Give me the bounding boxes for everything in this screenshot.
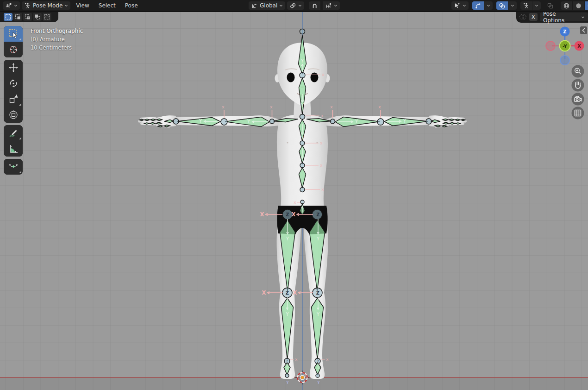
gizmo-z-ball[interactable]: Z xyxy=(560,27,570,37)
gizmo-neg-z-ball[interactable] xyxy=(560,56,569,65)
tool-transform[interactable] xyxy=(4,107,23,123)
chevron-down-icon xyxy=(463,4,466,7)
object-visibility-dropdown[interactable] xyxy=(451,1,469,10)
gizmo-settings-dropdown[interactable] xyxy=(484,1,493,10)
orientation-global-icon xyxy=(251,2,258,9)
svg-text:Y: Y xyxy=(355,119,358,124)
scale-icon xyxy=(8,94,19,104)
gizmo-icon xyxy=(475,2,482,9)
svg-text:Y: Y xyxy=(317,380,320,385)
pivot-point-icon xyxy=(289,2,296,9)
editor-type-button[interactable] xyxy=(3,1,20,10)
chevron-down-icon xyxy=(334,4,338,7)
tool-scale[interactable] xyxy=(4,91,23,107)
menu-pose[interactable]: Pose xyxy=(121,2,142,9)
tool-annotate[interactable] xyxy=(4,125,23,141)
svg-text:X: X xyxy=(577,44,581,49)
svg-text:x: x xyxy=(320,163,323,168)
svg-text:x: x xyxy=(321,187,324,192)
select-mode-set[interactable] xyxy=(4,13,13,21)
show-gizmo-toggle[interactable] xyxy=(472,1,484,10)
bone-axis-label-x: X xyxy=(260,211,264,218)
pan-hand-button[interactable] xyxy=(572,79,584,92)
xray-toggle[interactable] xyxy=(544,1,556,10)
snap-settings-dropdown[interactable] xyxy=(323,1,340,10)
svg-text:x: x xyxy=(222,105,225,109)
svg-text:Y: Y xyxy=(403,119,407,124)
annotate-icon xyxy=(8,128,19,138)
show-overlays-toggle[interactable] xyxy=(496,1,508,10)
tool-rotate[interactable] xyxy=(4,75,23,91)
svg-text:x: x xyxy=(270,105,273,109)
mode-label: Pose Mode xyxy=(33,2,63,9)
sidebar-toggle[interactable] xyxy=(580,26,587,34)
pivot-point-dropdown[interactable] xyxy=(287,1,304,10)
pose-options-dropdown[interactable]: Pose Options xyxy=(540,13,588,21)
svg-text:Y: Y xyxy=(199,119,202,124)
grid-ortho-button[interactable] xyxy=(572,107,584,120)
svg-text:x: x xyxy=(294,200,296,205)
menu-view[interactable]: View xyxy=(72,2,93,9)
snap-toggle[interactable] xyxy=(309,1,320,10)
overlays-icon xyxy=(499,2,506,9)
svg-text:Y: Y xyxy=(285,312,289,317)
chevron-down-icon xyxy=(535,4,538,7)
shading-material-button[interactable] xyxy=(585,1,588,10)
shading-wireframe-button[interactable] xyxy=(561,1,572,10)
tool-measure[interactable] xyxy=(4,141,23,157)
mode-dropdown[interactable]: Pose Mode xyxy=(22,1,70,10)
orientation-label: Global xyxy=(260,2,277,9)
pose-xray-toggle[interactable] xyxy=(520,1,532,10)
tool-select-box[interactable] xyxy=(4,26,23,42)
svg-text:Z: Z xyxy=(286,290,289,296)
pose-figure-icon xyxy=(523,2,530,9)
select-box-icon xyxy=(8,29,19,39)
svg-text:Y: Y xyxy=(286,380,289,385)
select-extend-icon xyxy=(15,14,21,20)
gizmo-x-ball[interactable]: X xyxy=(575,41,584,51)
tool-move[interactable] xyxy=(4,60,23,75)
gizmo-neg-x-ball[interactable] xyxy=(546,41,555,50)
menu-select[interactable]: Select xyxy=(95,2,119,9)
svg-text:Z: Z xyxy=(286,212,289,217)
svg-text:Y: Y xyxy=(300,135,304,140)
tool-cursor[interactable] xyxy=(4,42,23,57)
svg-text:x: x xyxy=(322,72,325,77)
transform-orientation-dropdown[interactable]: Global xyxy=(249,1,285,10)
cursor-tool-icon xyxy=(8,44,19,55)
active-object-label: (0) Armature xyxy=(31,35,83,44)
rotate-icon xyxy=(8,78,19,88)
pose-xray-dropdown[interactable] xyxy=(532,1,541,10)
shading-solid-button[interactable] xyxy=(573,1,584,10)
tool-pose-breakdowner[interactable] xyxy=(4,159,23,175)
move-icon xyxy=(8,63,19,73)
select-subtract-icon xyxy=(25,14,31,20)
select-mode-group xyxy=(0,11,58,22)
select-mode-extend[interactable] xyxy=(13,13,22,21)
svg-text:-Y: -Y xyxy=(563,44,567,49)
chevron-down-icon xyxy=(581,15,585,19)
view-name-label: Front Orthographic xyxy=(31,27,83,35)
select-mode-subtract[interactable] xyxy=(23,13,32,21)
zoom-button[interactable] xyxy=(572,65,584,78)
svg-text:Y: Y xyxy=(247,119,250,124)
pose-mode-icon xyxy=(24,2,31,9)
svg-text:x: x xyxy=(321,113,324,118)
header-bar: Pose Mode View Select Pose Global xyxy=(0,0,588,12)
gizmo-neg-y-ball[interactable]: -Y xyxy=(560,41,570,51)
bone-axis-label-x: X xyxy=(262,289,266,296)
mirror-x-toggle[interactable]: X xyxy=(529,13,538,21)
select-mode-invert[interactable] xyxy=(33,13,42,21)
overlays-settings-dropdown[interactable] xyxy=(508,1,517,10)
chevron-down-icon xyxy=(487,4,490,7)
camera-view-button[interactable] xyxy=(572,93,584,106)
chevron-down-icon xyxy=(279,4,283,7)
wireframe-icon xyxy=(563,2,570,9)
svg-text:Z: Z xyxy=(316,212,319,217)
select-mode-intersect[interactable] xyxy=(43,13,51,21)
snap-increment-icon xyxy=(325,2,332,9)
svg-text:Y: Y xyxy=(300,58,304,63)
magnet-icon xyxy=(311,2,318,9)
viewport-3d[interactable]: X X X X x x x x x x x x x x x x Y Y Y Y … xyxy=(0,0,588,390)
mirror-icon[interactable] xyxy=(519,13,527,20)
